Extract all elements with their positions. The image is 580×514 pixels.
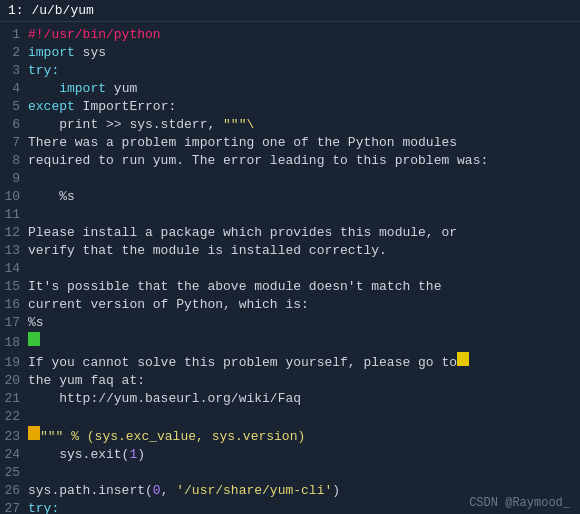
line-number: 6 xyxy=(0,116,28,134)
code-line: 17%s xyxy=(0,314,580,332)
orange-highlight xyxy=(28,426,40,440)
code-line: 21 http://yum.baseurl.org/wiki/Faq xyxy=(0,390,580,408)
line-content xyxy=(28,408,36,426)
line-number: 14 xyxy=(0,260,28,278)
line-content: import yum xyxy=(28,80,137,98)
code-line: 11 xyxy=(0,206,580,224)
line-number: 8 xyxy=(0,152,28,170)
token-var: There was a problem importing one of the… xyxy=(28,135,457,150)
line-content: There was a problem importing one of the… xyxy=(28,134,457,152)
code-line: 24 sys.exit(1) xyxy=(0,446,580,464)
line-number: 21 xyxy=(0,390,28,408)
token-kw: import xyxy=(28,45,75,60)
line-content xyxy=(28,464,36,482)
token-kw: try: xyxy=(28,63,59,78)
line-content: current version of Python, which is: xyxy=(28,296,309,314)
line-number: 5 xyxy=(0,98,28,116)
line-content: #!/usr/bin/python xyxy=(28,26,161,44)
line-content: """ % (sys.exc_value, sys.version) xyxy=(28,426,305,446)
footer-text: CSDN @Raymood_ xyxy=(469,496,570,510)
line-content: print >> sys.stderr, """\ xyxy=(28,116,254,134)
line-content: %s xyxy=(28,188,75,206)
line-number: 10 xyxy=(0,188,28,206)
token-var: yum xyxy=(106,81,137,96)
line-number: 12 xyxy=(0,224,28,242)
token-var: If you cannot solve this problem yoursel… xyxy=(28,355,457,370)
line-number: 1 xyxy=(0,26,28,44)
line-number: 3 xyxy=(0,62,28,80)
token-var: ImportError: xyxy=(75,99,176,114)
line-content xyxy=(28,260,36,278)
token-str: '/usr/share/yum-cli' xyxy=(176,483,332,498)
token-var: sys.exit( xyxy=(28,447,129,462)
line-number: 9 xyxy=(0,170,28,188)
token-var: http://yum.baseurl.org/wiki/Faq xyxy=(28,391,301,406)
line-content: sys.exit(1) xyxy=(28,446,145,464)
code-line: 23""" % (sys.exc_value, sys.version) xyxy=(0,426,580,446)
line-number: 18 xyxy=(0,334,28,352)
line-content: except ImportError: xyxy=(28,98,176,116)
token-str: """\ xyxy=(223,117,254,132)
code-area: 1#!/usr/bin/python2import sys3try:4 impo… xyxy=(0,22,580,514)
token-var xyxy=(28,81,59,96)
code-line: 16current version of Python, which is: xyxy=(0,296,580,314)
code-line: 22 xyxy=(0,408,580,426)
code-line: 4 import yum xyxy=(0,80,580,98)
code-line: 8required to run yum. The error leading … xyxy=(0,152,580,170)
token-var: ) xyxy=(137,447,145,462)
token-var: current version of Python, which is: xyxy=(28,297,309,312)
token-var: Please install a package which provides … xyxy=(28,225,457,240)
token-var: verify that the module is installed corr… xyxy=(28,243,387,258)
token-var: It's possible that the above module does… xyxy=(28,279,441,294)
line-content: verify that the module is installed corr… xyxy=(28,242,387,260)
code-line: 14 xyxy=(0,260,580,278)
token-num: 0 xyxy=(153,483,161,498)
token-shebang: #!/usr/bin/python xyxy=(28,27,161,42)
line-number: 24 xyxy=(0,446,28,464)
line-content: required to run yum. The error leading t… xyxy=(28,152,488,170)
line-content: It's possible that the above module does… xyxy=(28,278,441,296)
line-number: 22 xyxy=(0,408,28,426)
code-line: 20the yum faq at: xyxy=(0,372,580,390)
code-line: 7There was a problem importing one of th… xyxy=(0,134,580,152)
token-var: required to run yum. The error leading t… xyxy=(28,153,488,168)
token-var: ) xyxy=(332,483,340,498)
code-line: 2import sys xyxy=(0,44,580,62)
green-highlight xyxy=(28,332,40,346)
token-str: """ % (sys.exc_value, sys.version) xyxy=(40,429,305,444)
line-content: try: xyxy=(28,500,59,514)
line-number: 25 xyxy=(0,464,28,482)
token-var: , xyxy=(161,483,177,498)
code-line: 5except ImportError: xyxy=(0,98,580,116)
line-content xyxy=(28,332,40,352)
line-content xyxy=(28,206,36,224)
token-var: sys.path.insert( xyxy=(28,483,153,498)
code-line: 15It's possible that the above module do… xyxy=(0,278,580,296)
title-bar: 1: /u/b/yum xyxy=(0,0,580,22)
line-content: try: xyxy=(28,62,59,80)
line-number: 20 xyxy=(0,372,28,390)
code-line: 18 xyxy=(0,332,580,352)
token-var: %s xyxy=(28,189,75,204)
yellow-highlight xyxy=(457,352,469,366)
code-line: 19If you cannot solve this problem yours… xyxy=(0,352,580,372)
line-number: 2 xyxy=(0,44,28,62)
line-content xyxy=(28,170,36,188)
code-line: 13verify that the module is installed co… xyxy=(0,242,580,260)
line-number: 13 xyxy=(0,242,28,260)
line-number: 4 xyxy=(0,80,28,98)
title-text: 1: /u/b/yum xyxy=(8,3,94,18)
line-number: 16 xyxy=(0,296,28,314)
line-number: 15 xyxy=(0,278,28,296)
line-content: import sys xyxy=(28,44,106,62)
line-content: Please install a package which provides … xyxy=(28,224,457,242)
code-line: 25 xyxy=(0,464,580,482)
token-kw: import xyxy=(59,81,106,96)
token-var: the yum faq at: xyxy=(28,373,145,388)
line-number: 27 xyxy=(0,500,28,514)
token-kw: except xyxy=(28,99,75,114)
code-line: 3try: xyxy=(0,62,580,80)
token-var: sys xyxy=(75,45,106,60)
code-line: 1#!/usr/bin/python xyxy=(0,26,580,44)
line-number: 19 xyxy=(0,354,28,372)
